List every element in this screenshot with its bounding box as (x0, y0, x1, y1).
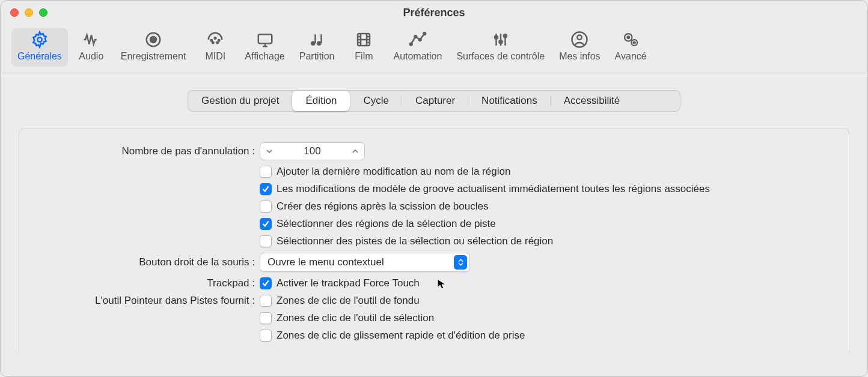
checkbox-label: Sélectionner des pistes de la sélection … (277, 235, 553, 247)
undo-steps-stepper[interactable]: 100 (260, 142, 365, 160)
svg-point-3 (211, 40, 213, 41)
preferences-window: Préférences Générales Audio Enregistreme… (0, 0, 868, 377)
svg-point-6 (212, 42, 214, 44)
svg-point-22 (578, 35, 582, 40)
midi-icon (205, 31, 225, 49)
checkbox-label: Ajouter la dernière modification au nom … (277, 166, 510, 178)
svg-point-19 (499, 40, 502, 43)
undo-steps-value: 100 (278, 145, 346, 157)
checkbox-force-touch[interactable] (260, 277, 272, 289)
toolbar-label: Film (355, 51, 373, 62)
svg-point-20 (504, 34, 507, 37)
checkbox-groove-updates[interactable] (260, 183, 272, 195)
svg-rect-8 (258, 34, 272, 43)
sub-tabs: Gestion du projet Édition Cycle Capturer… (188, 90, 680, 112)
svg-point-18 (495, 36, 498, 39)
row-right-click: Bouton droit de la souris : Ouvre le men… (31, 253, 837, 272)
sliders-icon (491, 31, 511, 49)
toolbar-automation[interactable]: Automation (387, 28, 448, 67)
subtab-accessibility[interactable]: Accessibilité (551, 91, 634, 111)
toolbar-label: Avancé (615, 51, 647, 62)
toolbar-recording[interactable]: Enregistrement (115, 28, 192, 67)
toolbar-general[interactable]: Générales (11, 28, 68, 67)
film-icon (353, 31, 374, 49)
subtab-capture[interactable]: Capturer (402, 91, 468, 111)
checkbox-select-regions-from-track[interactable] (260, 218, 272, 230)
svg-point-2 (150, 37, 156, 43)
subtab-project-management[interactable]: Gestion du projet (188, 91, 292, 111)
automation-icon (408, 31, 428, 49)
svg-point-14 (410, 43, 412, 46)
checkbox-label: Zones de clic de l'outil de fondu (277, 295, 420, 307)
toolbar-score[interactable]: Partition (293, 28, 341, 67)
stepper-up-icon[interactable] (346, 143, 364, 160)
checkbox-label: Activer le trackpad Force Touch (277, 277, 420, 289)
advanced-icon (620, 31, 641, 49)
toolbar-film[interactable]: Film (343, 28, 385, 67)
checkbox-label: Zones de clic de glissement rapide et d'… (277, 330, 525, 342)
right-click-value: Ouvre le menu contextuel (267, 256, 454, 268)
svg-point-5 (218, 40, 220, 41)
user-icon (569, 31, 590, 49)
display-icon (255, 31, 275, 49)
editing-panel: Nombre de pas d'annulation : 100 A (19, 128, 849, 353)
svg-rect-12 (320, 34, 322, 43)
svg-point-0 (37, 37, 42, 42)
checkbox-label: Zones de clic de l'outil de sélection (277, 312, 434, 324)
svg-rect-10 (314, 34, 316, 43)
row-trackpad: Trackpad : Activer le trackpad Force Tou… (31, 277, 837, 289)
checkbox-select-tracks-from-region[interactable] (260, 235, 272, 247)
subtab-cycle[interactable]: Cycle (350, 91, 402, 111)
toolbar-display[interactable]: Affichage (239, 28, 290, 67)
svg-point-15 (414, 35, 417, 38)
content-area: Gestion du projet Édition Cycle Capturer… (1, 73, 867, 353)
checkbox-fade-zones[interactable] (260, 295, 272, 307)
svg-point-26 (634, 42, 635, 44)
row-undo-steps: Nombre de pas d'annulation : 100 (31, 142, 837, 160)
record-icon (143, 31, 164, 49)
gear-icon (29, 31, 50, 49)
checkbox-label: Sélectionner des régions de la sélection… (277, 218, 496, 230)
toolbar-label: Audio (79, 51, 103, 62)
toolbar-label: Automation (393, 51, 442, 62)
toolbar-label: Surfaces de contrôle (456, 51, 545, 62)
svg-point-7 (217, 42, 219, 44)
toolbar-label: Partition (299, 51, 335, 62)
checkbox-label: Créer des régions après la scission de b… (277, 201, 488, 213)
svg-point-24 (628, 36, 630, 38)
pointer-tool-label: L'outil Pointeur dans Pistes fournit : (31, 295, 260, 307)
subtab-notifications[interactable]: Notifications (468, 91, 551, 111)
audio-icon (81, 31, 102, 49)
checkbox-label: Les modifications de modèle de groove ac… (277, 183, 710, 195)
checkbox-create-regions-after-split[interactable] (260, 201, 272, 213)
svg-point-17 (423, 32, 426, 35)
popup-arrows-icon (454, 255, 467, 270)
titlebar: Préférences (1, 1, 867, 25)
svg-point-16 (419, 38, 421, 41)
toolbar-label: Mes infos (559, 51, 600, 62)
svg-point-4 (215, 37, 216, 39)
toolbar-control-surfaces[interactable]: Surfaces de contrôle (450, 28, 551, 67)
toolbar-audio[interactable]: Audio (70, 28, 112, 67)
toolbar-label: Affichage (245, 51, 284, 62)
score-icon (307, 31, 327, 49)
checkbox-add-last-mod[interactable] (260, 166, 272, 178)
preferences-toolbar: Générales Audio Enregistrement MIDI Affi… (1, 25, 867, 73)
toolbar-midi[interactable]: MIDI (194, 28, 236, 67)
toolbar-label: Générales (17, 51, 62, 62)
stepper-down-icon[interactable] (260, 143, 278, 160)
toolbar-advanced[interactable]: Avancé (609, 28, 653, 67)
right-click-label: Bouton droit de la souris : (31, 256, 260, 268)
right-click-popup[interactable]: Ouvre le menu contextuel (260, 253, 470, 272)
trackpad-label: Trackpad : (31, 277, 260, 289)
row-pointer-tool-0: L'outil Pointeur dans Pistes fournit : Z… (31, 295, 837, 307)
subtab-editing[interactable]: Édition (292, 91, 350, 111)
checkbox-selection-zones[interactable] (260, 312, 272, 324)
window-title: Préférences (1, 7, 867, 19)
toolbar-label: Enregistrement (121, 51, 186, 62)
checkbox-quickswipe-zones[interactable] (260, 330, 272, 342)
toolbar-label: MIDI (205, 51, 225, 62)
undo-steps-label: Nombre de pas d'annulation : (31, 145, 260, 157)
toolbar-my-info[interactable]: Mes infos (553, 28, 606, 67)
